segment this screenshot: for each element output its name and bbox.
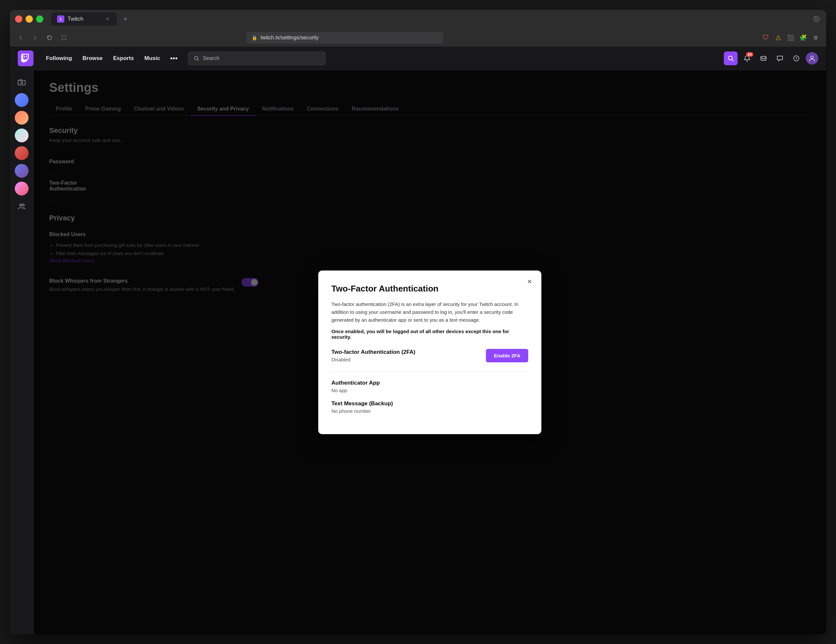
settings-page: Settings Profile Prime Gaming Channel an… [33,70,826,634]
modal-warning: Once enabled, you will be logged out of … [331,329,528,340]
nav-more-button[interactable]: ••• [166,52,181,65]
nav-forward-button[interactable] [30,33,40,42]
sidebar-avatar-1[interactable] [15,93,29,107]
sidebar-people-icon[interactable] [15,199,29,213]
address-bar[interactable]: 🔒 twitch.tv/settings/security [247,32,443,44]
tab-close-button[interactable]: × [104,16,111,22]
search-icon [194,55,199,61]
lock-icon: 🔒 [251,35,257,40]
new-tab-button[interactable]: + [119,13,131,25]
modal-2fa-status: Disabled [331,357,415,362]
bell-button[interactable] [789,52,803,65]
left-sidebar [10,70,33,634]
user-avatar[interactable] [806,52,818,65]
sidebar-camera-icon[interactable] [15,75,29,89]
nav-refresh-button[interactable] [45,33,54,42]
svg-point-7 [20,204,22,206]
svg-rect-2 [761,56,766,60]
modal-overlay[interactable]: × Two-Factor Authentication Two-factor a… [33,70,826,634]
maximize-button[interactable] [36,15,43,23]
tab-title: Twitch [68,16,101,22]
two-factor-modal: × Two-Factor Authentication Two-factor a… [318,271,541,434]
url-text: twitch.tv/settings/security [261,35,318,41]
minimize-button[interactable] [26,15,33,23]
twitch-logo[interactable] [18,51,33,66]
authenticator-value: No app [331,388,528,393]
svg-point-8 [22,204,24,206]
sidebar-avatar-3[interactable] [15,129,29,142]
sidebar-avatar-2[interactable] [15,111,29,125]
nav-browse[interactable]: Browse [78,52,107,64]
svg-point-1 [728,56,732,60]
sidebar-avatar-4[interactable] [15,146,29,160]
nav-back-button[interactable] [16,33,26,42]
svg-rect-5 [18,80,25,85]
modal-description: Two-factor authentication (2FA) is an ex… [331,300,528,324]
notifications-badge: 54 [746,52,753,57]
nav-links: Following Browse Esports Music ••• [41,52,181,65]
chat-button[interactable] [773,52,787,65]
twitch-navbar: Following Browse Esports Music ••• Searc… [10,47,826,70]
enable-2fa-button[interactable]: Enable 2FA [486,349,528,362]
traffic-lights [15,15,43,23]
modal-2fa-title: Two-factor Authentication (2FA) [331,349,415,355]
modal-divider [331,372,528,372]
nav-search[interactable]: Search [188,52,326,65]
svg-point-6 [21,82,23,84]
search-button[interactable] [724,52,738,65]
nav-right-icons: 54 [724,52,818,65]
browser-tab[interactable]: t Twitch × [51,13,117,26]
modal-close-button[interactable]: × [524,276,535,287]
close-button[interactable] [15,15,22,23]
menu-button[interactable]: ≡ [811,33,820,42]
svg-point-4 [811,56,813,59]
sidebar-avatar-5[interactable] [15,164,29,178]
search-placeholder: Search [203,55,219,61]
bookmark-button[interactable] [59,33,69,42]
notifications-button[interactable]: 54 [740,52,754,65]
browser-extensions: ⚫ [812,15,821,24]
modal-title: Two-Factor Authentication [331,284,528,294]
authenticator-section: Authenticator App No app [331,380,528,393]
modal-2fa-row: Two-factor Authentication (2FA) Disabled… [331,349,528,362]
sidebar-avatar-6[interactable] [15,182,29,196]
nav-following[interactable]: Following [41,52,77,64]
brave-warning-icon[interactable]: ⚠ [774,33,783,42]
brave-shield-icon[interactable]: 🛡 [761,33,771,42]
extension-button1[interactable]: ⬛ [786,33,795,42]
extension-button2[interactable]: 🧩 [798,33,808,42]
tab-favicon: t [57,15,64,23]
inbox-button[interactable] [757,52,771,65]
extension-icon[interactable]: ⚫ [812,15,821,24]
nav-esports[interactable]: Esports [109,52,139,64]
text-message-value: No phone number [331,408,528,414]
text-message-section: Text Message (Backup) No phone number [331,400,528,414]
text-message-title: Text Message (Backup) [331,400,528,407]
browser-right-icons: 🛡 ⚠ ⬛ 🧩 ≡ [761,33,820,42]
authenticator-title: Authenticator App [331,380,528,386]
nav-music[interactable]: Music [140,52,165,64]
